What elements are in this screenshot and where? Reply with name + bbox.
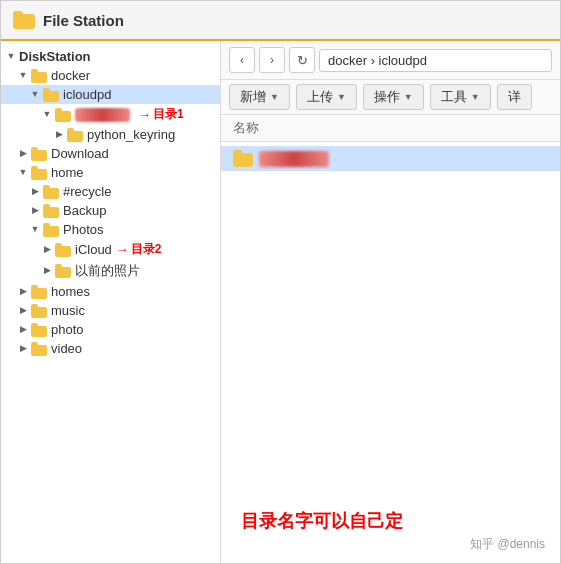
sidebar-label-video: video: [51, 341, 82, 356]
sidebar-item-diskstation[interactable]: DiskStation: [1, 47, 220, 66]
annotation-text-dir1: 目录1: [153, 106, 184, 123]
sidebar-label-python-keyring: python_keyring: [87, 127, 175, 142]
arrow-icloud: [41, 244, 53, 256]
arrow-backup: [29, 205, 41, 217]
folder-icon-old-photos: [55, 264, 71, 278]
folder-icon-backup: [43, 204, 59, 218]
arrow-recycle: [29, 186, 41, 198]
arrow-python-keyring: [53, 129, 65, 141]
sidebar-item-recycle[interactable]: #recycle: [1, 182, 220, 201]
file-folder-icon-1: [233, 150, 253, 167]
folder-icon-home: [31, 166, 47, 180]
arrow-dir1: [41, 109, 53, 121]
sidebar-label-photo: photo: [51, 322, 84, 337]
arrow-photo: [17, 324, 29, 336]
sidebar-item-backup[interactable]: Backup: [1, 201, 220, 220]
column-name-label: 名称: [233, 120, 259, 135]
arrow-download: [17, 148, 29, 160]
new-button[interactable]: 新增 ▼: [229, 84, 290, 110]
arrow-old-photos: [41, 265, 53, 277]
forward-button[interactable]: ›: [259, 47, 285, 73]
more-button[interactable]: 详: [497, 84, 532, 110]
arrow-diskstation: [5, 51, 17, 63]
operation-dropdown-arrow: ▼: [404, 92, 413, 102]
operation-button[interactable]: 操作 ▼: [363, 84, 424, 110]
redacted-dir1-label: [75, 108, 130, 122]
content-wrapper: 目录名字可以自己定 知乎 @dennis: [221, 142, 560, 563]
action-buttons-bar: 新增 ▼ 上传 ▼ 操作 ▼ 工具 ▼ 详: [221, 80, 560, 115]
sidebar-label-homes: homes: [51, 284, 90, 299]
arrow-docker: [17, 70, 29, 82]
sidebar-item-homes[interactable]: homes: [1, 282, 220, 301]
sidebar-item-photo[interactable]: photo: [1, 320, 220, 339]
arrow-icloudpd: [29, 89, 41, 101]
upload-button-label: 上传: [307, 88, 333, 106]
folder-icon-python-keyring: [67, 128, 83, 142]
upload-dropdown-arrow: ▼: [337, 92, 346, 102]
arrow-music: [17, 305, 29, 317]
sidebar-label-icloud: iCloud: [75, 242, 112, 257]
sidebar-label-music: music: [51, 303, 85, 318]
folder-icon-photo: [31, 323, 47, 337]
sidebar-item-dir1[interactable]: → 目录1: [1, 104, 220, 125]
sidebar-item-python-keyring[interactable]: python_keyring: [1, 125, 220, 144]
annotation-text-dir2: 目录2: [131, 241, 162, 258]
sidebar-item-music[interactable]: music: [1, 301, 220, 320]
folder-icon-dir1: [55, 108, 71, 122]
sidebar-label-docker: docker: [51, 68, 90, 83]
toolbar: ‹ › ↻ docker › icloudpd: [221, 41, 560, 80]
arrow-homes: [17, 286, 29, 298]
folder-icon-download: [31, 147, 47, 161]
annotation-dir1: → 目录1: [138, 106, 184, 123]
file-list: [221, 142, 560, 479]
folder-icon-icloud: [55, 243, 71, 257]
sidebar-label-download: Download: [51, 146, 109, 161]
sidebar-item-download[interactable]: Download: [1, 144, 220, 163]
watermark: 知乎 @dennis: [470, 536, 545, 553]
folder-icon-icloudpd: [43, 88, 59, 102]
app-window: File Station DiskStation docker: [0, 0, 561, 564]
sidebar-item-old-photos[interactable]: 以前的照片: [1, 260, 220, 282]
sidebar-label-recycle: #recycle: [63, 184, 111, 199]
folder-icon-music: [31, 304, 47, 318]
annotation-arrow-dir1: →: [138, 107, 151, 122]
sidebar-item-docker[interactable]: docker: [1, 66, 220, 85]
tools-button-label: 工具: [441, 88, 467, 106]
folder-icon-photos: [43, 223, 59, 237]
sidebar-label-photos: Photos: [63, 222, 103, 237]
arrow-photos: [29, 224, 41, 236]
folder-icon-homes: [31, 285, 47, 299]
back-button[interactable]: ‹: [229, 47, 255, 73]
content-area: ‹ › ↻ docker › icloudpd 新增 ▼ 上传 ▼ 操作 ▼: [221, 41, 560, 563]
arrow-video: [17, 343, 29, 355]
file-item-1[interactable]: [221, 146, 560, 171]
title-bar: File Station: [1, 1, 560, 41]
title-bar-folder-icon: [13, 11, 35, 29]
sidebar-item-video[interactable]: video: [1, 339, 220, 358]
sidebar-label-home: home: [51, 165, 84, 180]
main-layout: DiskStation docker icloudpd: [1, 41, 560, 563]
upload-button[interactable]: 上传 ▼: [296, 84, 357, 110]
annotation-arrow-dir2: →: [116, 242, 129, 257]
operation-button-label: 操作: [374, 88, 400, 106]
more-button-label: 详: [508, 88, 521, 106]
sidebar-label-old-photos: 以前的照片: [75, 262, 140, 280]
annotation-dir2: → 目录2: [116, 241, 162, 258]
new-dropdown-arrow: ▼: [270, 92, 279, 102]
sidebar-item-icloudpd[interactable]: icloudpd: [1, 85, 220, 104]
folder-icon-docker: [31, 69, 47, 83]
folder-icon-video: [31, 342, 47, 356]
path-bar[interactable]: docker › icloudpd: [319, 49, 552, 72]
new-button-label: 新增: [240, 88, 266, 106]
sidebar-label-diskstation: DiskStation: [19, 49, 91, 64]
sidebar-item-home[interactable]: home: [1, 163, 220, 182]
refresh-button[interactable]: ↻: [289, 47, 315, 73]
redacted-filename-1: [259, 151, 329, 167]
tools-dropdown-arrow: ▼: [471, 92, 480, 102]
sidebar-item-icloud[interactable]: iCloud → 目录2: [1, 239, 220, 260]
file-list-header: 名称: [221, 115, 560, 142]
sidebar-item-photos[interactable]: Photos: [1, 220, 220, 239]
sidebar-label-icloudpd: icloudpd: [63, 87, 111, 102]
tools-button[interactable]: 工具 ▼: [430, 84, 491, 110]
sidebar: DiskStation docker icloudpd: [1, 41, 221, 563]
